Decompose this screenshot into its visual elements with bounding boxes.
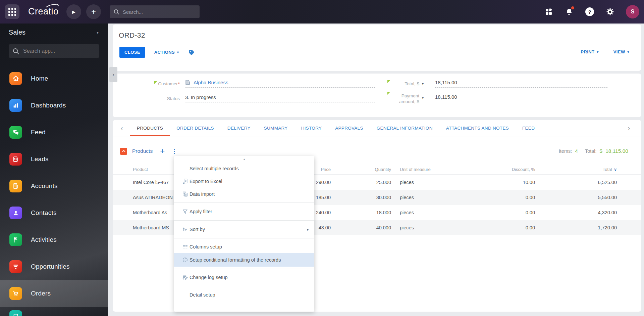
total-label: Total, $ bbox=[405, 81, 419, 86]
chevron-down-icon[interactable]: ▾ bbox=[422, 96, 424, 100]
collapse-detail-button[interactable] bbox=[120, 148, 127, 155]
tab-products[interactable]: PRODUCTS bbox=[130, 120, 170, 136]
empty-icon-slot bbox=[182, 292, 189, 298]
close-button[interactable]: CLOSE bbox=[119, 47, 145, 58]
help-button[interactable]: ? bbox=[585, 7, 594, 16]
workspace-selector[interactable]: Sales ▾ bbox=[9, 29, 99, 36]
col-total[interactable]: Total ∨ bbox=[535, 167, 617, 172]
app-grid-button[interactable] bbox=[5, 4, 19, 19]
payment-value-box[interactable]: 18,115.00 bbox=[435, 93, 607, 103]
sidebar-item-home[interactable]: Home bbox=[0, 65, 108, 92]
workspace-name: Sales bbox=[9, 29, 25, 36]
cell-total: 6,525.00 bbox=[535, 180, 617, 185]
record-header-card: ORD-32 CLOSE ACTIONS ▾ PRINT ▾ VIEW ▾ bbox=[113, 25, 641, 71]
menu-item-apply-filter[interactable]: Apply filter bbox=[174, 205, 314, 218]
menu-item-data-import[interactable]: Data import bbox=[174, 188, 314, 200]
tab-order-details[interactable]: ORDER DETAILS bbox=[170, 120, 221, 136]
record-view-buttons: PRINT ▾ VIEW ▾ bbox=[581, 49, 629, 54]
filter-icon bbox=[182, 209, 188, 215]
sidebar-item-leads[interactable]: Leads bbox=[0, 146, 108, 173]
sidebar-item-contacts[interactable]: Contacts bbox=[0, 199, 108, 226]
print-button[interactable]: PRINT ▾ bbox=[581, 49, 598, 54]
palette-icon bbox=[182, 257, 188, 263]
page-title: ORD-32 bbox=[119, 31, 145, 39]
tabs-scroll-left-icon[interactable]: ‹ bbox=[117, 124, 127, 132]
col-discount[interactable]: Discount, % bbox=[468, 167, 535, 172]
chevron-down-icon: ▾ bbox=[628, 50, 629, 54]
question-icon: ? bbox=[585, 7, 594, 16]
actions-button[interactable]: ACTIONS ▾ bbox=[154, 50, 179, 55]
customer-value[interactable]: Alpha Business bbox=[185, 80, 376, 88]
settings-button[interactable] bbox=[605, 7, 615, 16]
menu-item-sort-by[interactable]: Sort by ▸ bbox=[174, 223, 314, 236]
col-quantity[interactable]: Quantity bbox=[331, 167, 391, 172]
status-label: Status bbox=[126, 96, 180, 101]
notifications-button[interactable] bbox=[565, 7, 574, 16]
menu-scroll-up-icon[interactable]: ▲ bbox=[174, 156, 314, 162]
cell-discount: 0.00 bbox=[468, 210, 535, 215]
chevron-up-icon bbox=[122, 149, 126, 153]
cell-quantity: 18.000 bbox=[331, 210, 391, 215]
menu-item-select-multiple-records[interactable]: Select multiple records bbox=[174, 162, 314, 175]
submenu-arrow-icon: ▸ bbox=[307, 227, 309, 232]
tabs-scroll-right-icon[interactable]: › bbox=[624, 124, 634, 132]
tabs-bar: ‹ PRODUCTS ORDER DETAILS DELIVERY SUMMAR… bbox=[113, 120, 641, 136]
customer-link[interactable]: Alpha Business bbox=[194, 80, 228, 85]
sidebar-item-label: Activities bbox=[31, 236, 57, 243]
tab-general-information[interactable]: GENERAL INFORMATION bbox=[370, 120, 439, 136]
cell-quantity: 30.000 bbox=[331, 195, 391, 200]
detail-menu-button[interactable]: ⋮ bbox=[171, 148, 177, 155]
detail-title[interactable]: Products bbox=[132, 148, 153, 154]
status-field: Status 3. In progress bbox=[126, 94, 376, 102]
chevron-down-icon: ▾ bbox=[597, 50, 598, 54]
menu-divider bbox=[174, 238, 314, 238]
process-run-button[interactable]: ▶ bbox=[66, 4, 81, 19]
sidebar-menu: Home Dashboards Feed bbox=[0, 65, 108, 316]
tab-history[interactable]: HISTORY bbox=[294, 120, 329, 136]
record-actions-row: CLOSE ACTIONS ▾ bbox=[119, 47, 195, 58]
expand-panel-button[interactable]: › bbox=[109, 67, 117, 82]
sidebar-item-activities[interactable]: Activities bbox=[0, 226, 108, 253]
status-value-box[interactable]: 3. In progress bbox=[185, 94, 376, 102]
sidebar-item-opportunities[interactable]: Opportunities bbox=[0, 253, 108, 280]
user-avatar[interactable]: S bbox=[626, 5, 639, 18]
notification-dot bbox=[571, 6, 574, 9]
app-search-input[interactable] bbox=[23, 48, 90, 54]
col-unit[interactable]: Unit of measure bbox=[391, 167, 468, 172]
app-search[interactable] bbox=[9, 44, 99, 58]
workspaces-button[interactable] bbox=[544, 7, 553, 16]
tab-feed[interactable]: FEED bbox=[516, 120, 541, 136]
tag-icon[interactable] bbox=[188, 49, 195, 56]
total-value-box[interactable]: 18,115.00 bbox=[435, 80, 607, 88]
topbar-right-icons: ? S bbox=[544, 0, 639, 24]
menu-item-export-to-excel[interactable]: Export to Excel bbox=[174, 175, 314, 188]
sidebar-item-orders[interactable]: Orders bbox=[0, 280, 108, 307]
menu-item-detail-setup[interactable]: Detail setup bbox=[174, 288, 314, 302]
menu-divider bbox=[174, 220, 314, 221]
account-building-icon bbox=[185, 80, 191, 85]
menu-item-setup-conditional-formatting[interactable]: Setup conditional formatting of the reco… bbox=[174, 253, 314, 267]
sidebar-item-partial[interactable] bbox=[0, 307, 108, 316]
sidebar-item-dashboards[interactable]: Dashboards bbox=[0, 92, 108, 119]
tab-approvals[interactable]: APPROVALS bbox=[328, 120, 370, 136]
tab-summary[interactable]: SUMMARY bbox=[257, 120, 294, 136]
sidebar-item-feed[interactable]: Feed bbox=[0, 119, 108, 146]
sidebar-item-label: Opportunities bbox=[31, 263, 70, 270]
gear-icon bbox=[606, 8, 614, 16]
global-search[interactable] bbox=[110, 5, 200, 18]
chevron-down-icon[interactable]: ▾ bbox=[422, 82, 424, 86]
flag-icon bbox=[12, 236, 19, 243]
payment-label: Payment amount, $ bbox=[399, 93, 419, 104]
menu-divider bbox=[174, 286, 314, 286]
quick-add-button[interactable]: + bbox=[86, 4, 101, 19]
tab-delivery[interactable]: DELIVERY bbox=[221, 120, 257, 136]
add-product-button[interactable]: + bbox=[160, 148, 165, 154]
payment-value: 18,115.00 bbox=[435, 94, 457, 100]
tab-attachments-and-notes[interactable]: ATTACHMENTS AND NOTES bbox=[439, 120, 516, 136]
global-search-input[interactable] bbox=[123, 9, 190, 15]
menu-divider bbox=[174, 202, 314, 203]
menu-item-change-log-setup[interactable]: Change log setup bbox=[174, 271, 314, 284]
menu-item-columns-setup[interactable]: Columns setup bbox=[174, 240, 314, 253]
view-button[interactable]: VIEW ▾ bbox=[613, 49, 629, 54]
sidebar-item-accounts[interactable]: Accounts bbox=[0, 173, 108, 199]
